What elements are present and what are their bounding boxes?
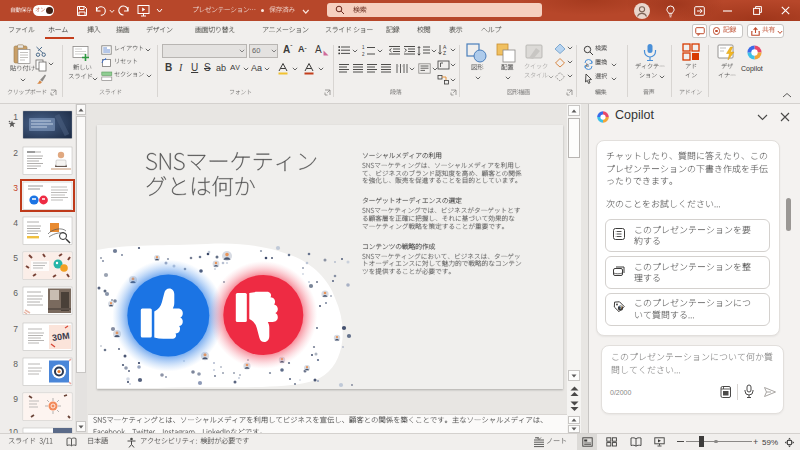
svg-text:1: 1	[362, 45, 365, 50]
svg-text:Z: Z	[443, 50, 446, 56]
svg-text:2: 2	[362, 52, 365, 57]
svg-text:b: b	[586, 62, 589, 68]
